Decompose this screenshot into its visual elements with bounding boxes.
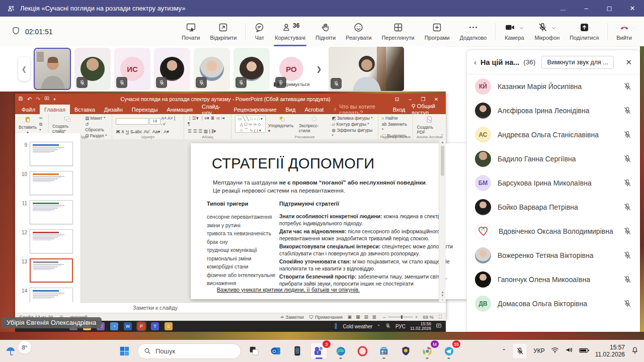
reset-button[interactable]: ↺ Сбросить [85, 122, 108, 133]
slide-thumbnail-12[interactable]: 12 [15, 227, 80, 256]
shared-weather-label[interactable]: Cold weather [343, 324, 372, 329]
shared-tray-chevron[interactable]: ⌃ [377, 324, 380, 329]
camera-options-chevron[interactable] [519, 25, 524, 31]
create-pdf-button[interactable]: Создать PDF [417, 116, 442, 135]
shared-mic-icon[interactable] [385, 323, 391, 330]
window-minimize-button[interactable]: – [575, 0, 598, 17]
edge-icon[interactable] [332, 342, 349, 359]
align-buttons[interactable]: ☰ ☰ ☰ ▥ | ⫼▾ [188, 129, 227, 134]
participant-row[interactable]: АСАндреєва Ольга Станіславівна [467, 123, 640, 147]
view-buttons[interactable]: ▣ ▦ ▤ 𝍬 [348, 314, 378, 320]
participant-mic-muted[interactable] [623, 275, 632, 284]
search-input[interactable]: Пошук [137, 343, 241, 359]
participant-row[interactable]: Гапончук Олена Микооаївна [467, 267, 640, 292]
chrome-icon[interactable]: M [419, 342, 436, 359]
ppt-minimize-button[interactable]: – [404, 97, 417, 102]
undo-icon[interactable]: ↶ [27, 96, 32, 103]
bold-button[interactable]: Ж [116, 129, 120, 134]
notes-toggle[interactable]: ≐ Заметки [280, 314, 304, 320]
participant-mic-muted[interactable] [623, 299, 632, 308]
tray-mic-button[interactable] [512, 343, 527, 359]
filmstrip-next-button[interactable]: ❯ [313, 57, 325, 81]
start-button[interactable] [116, 342, 133, 359]
participant-row[interactable]: Бойко Варвара Петрівна [467, 195, 640, 219]
participants-list[interactable]: КЙКазанжи Марія ЙосипівнаАлєфірова Ірина… [467, 74, 640, 332]
ppt-menu-tab-Acrobat[interactable]: Acrobat [300, 105, 328, 114]
participant-tile[interactable] [154, 48, 190, 90]
store-icon[interactable] [375, 342, 392, 359]
participant-row[interactable]: Вожеренко Тетяна Вікторівна [467, 243, 640, 267]
participant-mic-muted[interactable] [623, 178, 632, 188]
shapes-gallery[interactable]: ▭ ╲ ╲ □ ○ □ ▾△ ⬠ ⇨ ⇦ ◇☆ ⌒ ∿ ( ) ▾ [235, 116, 266, 133]
participant-mic-muted[interactable] [623, 154, 632, 163]
toolbar-button-start[interactable]: Почати [177, 17, 205, 46]
participant-mic-muted[interactable] [623, 227, 632, 236]
participant-tile[interactable]: РО❚❚Утримується [273, 48, 309, 90]
paste-button[interactable]: Вставить▾ [19, 116, 37, 135]
toolbar-button-mic[interactable]: Мікрофон [529, 17, 565, 46]
zoom-level[interactable]: 69 % [423, 314, 434, 320]
shared-person-icon[interactable]: ☺ [165, 322, 173, 330]
participant-tile[interactable] [194, 48, 230, 90]
new-slide-button[interactable]: Создать слайд* [52, 116, 83, 134]
participant-row[interactable]: Бадило Ганна Сергіївна [467, 147, 640, 171]
toolbar-button-raise[interactable]: Підняти [310, 17, 341, 46]
toolbar-button-unpin[interactable]: Відкріпити [205, 17, 242, 46]
teams-icon[interactable]: T3 [310, 342, 328, 359]
slide-thumbnail-13[interactable]: 13 [15, 256, 80, 285]
ppt-close-button[interactable]: ✕ [430, 97, 443, 102]
participant-row[interactable]: КЙКазанжи Марія Йосипівна [467, 74, 640, 99]
window-more-button[interactable]: ... [551, 0, 575, 17]
toolbar-button-apps[interactable]: Програми [420, 17, 455, 46]
cut-button[interactable]: ✂ [39, 116, 45, 121]
shared-word-icon[interactable]: W [124, 322, 132, 330]
battery-icon[interactable] [579, 346, 589, 355]
start-slideshow-icon[interactable] [44, 96, 49, 102]
participant-mic-muted[interactable] [623, 251, 632, 260]
phone-link-icon[interactable] [289, 342, 306, 359]
slide-scrollbar[interactable]: ▲ ▲▼⌄ [439, 139, 446, 302]
participant-row[interactable]: БМБарсукова Ірина Миколаївна [467, 171, 640, 195]
ppt-menu-tab-Вставка[interactable]: Вставка [70, 105, 100, 114]
panel-close-button[interactable]: ✕ [623, 56, 634, 69]
shared-teams-icon[interactable]: T [151, 322, 159, 330]
quick-styles-button[interactable]: Экспресс-стили [299, 116, 330, 133]
task-view-icon[interactable] [246, 342, 263, 359]
toolbar-button-view[interactable]: Переглянути [376, 17, 419, 46]
participant-mic-muted[interactable] [623, 82, 632, 91]
participant-row[interactable]: Вдовіченко Оксана Володимирівна [467, 219, 640, 243]
self-video-tile[interactable] [329, 47, 404, 91]
mute-all-button[interactable]: Вимкнути звук для ... [541, 56, 613, 69]
replace-button[interactable]: ab Заменить * [382, 122, 410, 133]
ppt-menu-tab-Вид[interactable]: Вид [281, 105, 300, 114]
italic-button[interactable]: К [122, 129, 124, 134]
slide-notes-area[interactable]: Заметки к слайду [80, 302, 446, 313]
ppt-restore-button[interactable]: ❐ [417, 97, 430, 102]
slide-thumbnail-10[interactable]: 10 [15, 168, 80, 198]
wifi-icon[interactable] [551, 346, 559, 355]
outlook-icon[interactable]: O [267, 342, 284, 359]
toolbar-button-chat[interactable]: Чат [249, 17, 270, 46]
comments-toggle[interactable]: 🗨 Примечания [309, 314, 343, 320]
font-size-box[interactable]: 18 [149, 118, 160, 125]
tray-clock[interactable]: 15:5711.02.2026 [595, 344, 625, 358]
underline-button[interactable]: Ч [126, 129, 129, 134]
toolbar-button-react[interactable]: Реагувати [341, 17, 376, 46]
ppt-tellme-box[interactable]: Что вы хотите сделать? [328, 105, 392, 114]
ppt-menu-tab-Главная[interactable]: Главная [40, 105, 70, 114]
filmstrip-prev-button[interactable]: ❮ [18, 57, 30, 81]
tray-expand-chevron[interactable]: ⌃ [502, 348, 506, 354]
shared-chrome-icon[interactable]: ◔ [110, 322, 118, 330]
ppt-menu-tab-Переходы[interactable]: Переходы [127, 105, 163, 114]
volume-icon[interactable] [565, 346, 573, 355]
toolbar-button-camera[interactable]: Камера [499, 17, 529, 46]
toolbar-button-people[interactable]: 36Користувачі [270, 17, 310, 46]
arrange-button[interactable]: Упорядочить ▾ [268, 116, 296, 133]
vpn-shield-icon[interactable] [397, 342, 414, 359]
tray-language[interactable]: УКР [533, 347, 545, 354]
participant-row[interactable]: ДВДомасова Ольга Вікторівна [467, 292, 640, 316]
font-name-box[interactable] [116, 118, 148, 125]
weather-widget[interactable]: 8° [5, 345, 40, 357]
participant-row[interactable]: Алєфірова Ірина Леонідівна [467, 99, 640, 123]
shared-language[interactable]: РУС [395, 324, 406, 329]
